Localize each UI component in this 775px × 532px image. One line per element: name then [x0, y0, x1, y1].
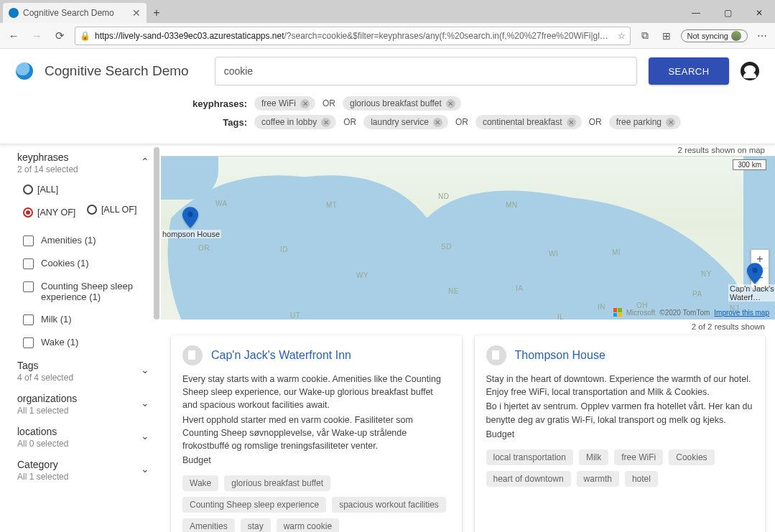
facet-options: Amenities (1) Cookies (1) Counting Sheep… [23, 235, 161, 348]
url-field[interactable]: 🔒 https://lively-sand-033e9ec03.azuresta… [75, 27, 631, 45]
radio-any-of[interactable]: [ANY OF] [23, 207, 75, 218]
map-state-label: MD [701, 319, 713, 319]
result-card[interactable]: Cap'n Jack's Waterfront Inn Every stay s… [171, 335, 462, 532]
keyphrases-filter-row: keyphrases: free WiFi✕ OR glorious break… [185, 96, 775, 111]
chip-remove-icon[interactable]: ✕ [300, 99, 310, 108]
svg-point-0 [187, 212, 192, 217]
map-pin-icon[interactable] [182, 207, 198, 228]
facet-header[interactable]: keyphrases 2 of 14 selected ⌃ [17, 151, 161, 174]
results-map[interactable]: 300 km + − Microsoft ©2020 TomTom Improv… [161, 156, 775, 319]
result-title[interactable]: Cap'n Jack's Waterfront Inn [211, 349, 351, 362]
window-minimize-button[interactable]: — [680, 3, 712, 23]
facet-header[interactable]: organizations All 1 selected ⌄ [17, 393, 161, 416]
result-tag[interactable]: hotel [625, 471, 658, 487]
result-tag[interactable]: heart of downtown [486, 471, 571, 487]
map-state-label: WY [356, 271, 368, 279]
map-state-label: MN [506, 201, 518, 209]
nav-back-button[interactable]: ← [6, 29, 22, 42]
chip-remove-icon[interactable]: ✕ [433, 118, 442, 127]
sidebar-scrollbar[interactable] [154, 147, 159, 319]
result-body: Stay in the heart of downtown. Experienc… [486, 373, 754, 441]
map-state-label: ID [280, 246, 288, 253]
result-card[interactable]: Thompson House Stay in the heart of down… [475, 335, 766, 532]
result-tag[interactable]: warmth [577, 471, 619, 487]
filter-chip[interactable]: free parking✕ [609, 115, 681, 129]
result-tag[interactable]: local transportation [486, 449, 573, 465]
result-tag[interactable]: warm cookie [277, 518, 339, 532]
facet-option[interactable]: Cookies (1) [23, 258, 161, 269]
microsoft-logo-icon [613, 308, 622, 317]
chip-remove-icon[interactable]: ✕ [666, 118, 675, 127]
result-tag[interactable]: stay [241, 518, 271, 532]
chip-remove-icon[interactable]: ✕ [446, 99, 455, 108]
result-tag[interactable]: glorious breakfast buffet [224, 475, 330, 491]
window-close-button[interactable]: ✕ [743, 3, 775, 23]
extensions-icon[interactable]: ⊞ [659, 30, 674, 42]
or-label: OR [455, 117, 468, 127]
collections-icon[interactable]: ⧉ [638, 29, 652, 42]
result-tag[interactable]: Counting Sheep sleep experience [182, 497, 326, 513]
browser-tab[interactable]: Cognitive Search Demo ✕ [3, 3, 147, 23]
improve-map-link[interactable]: Improve this map [714, 309, 769, 317]
browser-menu-icon[interactable]: ⋯ [755, 30, 769, 42]
active-filters: keyphrases: free WiFi✕ OR glorious break… [0, 93, 775, 144]
facet-option[interactable]: Wake (1) [23, 337, 161, 348]
chevron-down-icon: ⌄ [141, 463, 149, 475]
filter-chip[interactable]: coffee in lobby✕ [254, 115, 336, 129]
map-state-label: OR [198, 244, 210, 252]
filter-chip[interactable]: glorious breakfast buffet✕ [343, 96, 461, 111]
facet-option[interactable]: Counting Sheep sleep experience (1) [23, 281, 161, 302]
chevron-down-icon: ⌄ [141, 397, 149, 409]
new-tab-button[interactable]: + [147, 3, 167, 23]
chip-remove-icon[interactable]: ✕ [567, 118, 576, 127]
result-tag[interactable]: Wake [182, 475, 218, 491]
tab-close-icon[interactable]: ✕ [132, 7, 141, 19]
nav-refresh-button[interactable]: ⟳ [52, 29, 68, 42]
result-tags: Wake glorious breakfast buffet Counting … [182, 475, 450, 532]
window-maximize-button[interactable]: ▢ [712, 3, 743, 23]
radio-all-of[interactable]: [ALL OF] [87, 205, 137, 215]
facet-header[interactable]: Category All 1 selected ⌄ [17, 459, 161, 482]
radio-all[interactable]: [ALL] [23, 185, 58, 195]
chevron-up-icon: ⌃ [141, 156, 149, 167]
result-tag[interactable]: spacious workout facilities [332, 497, 446, 513]
favorite-icon[interactable]: ☆ [618, 31, 626, 41]
result-tag[interactable]: Milk [579, 449, 608, 465]
result-tag[interactable]: free WiFi [614, 449, 663, 465]
checkbox-icon [23, 314, 34, 325]
facet-subtitle: All 0 selected [17, 439, 68, 449]
search-button[interactable]: SEARCH [649, 57, 729, 85]
filter-chip[interactable]: laundry service✕ [363, 115, 448, 129]
facet-option[interactable]: Amenities (1) [23, 235, 161, 246]
nav-forward-button[interactable]: → [29, 29, 45, 42]
result-title[interactable]: Thompson House [515, 349, 605, 362]
checkbox-icon [23, 235, 34, 246]
map-state-label: UT [290, 312, 300, 319]
facet-match-mode: [ALL] [ANY OF] [ALL OF] [23, 185, 161, 228]
checkbox-icon [23, 337, 34, 348]
facet-title: Tags [17, 360, 73, 371]
chip-remove-icon[interactable]: ✕ [321, 118, 330, 127]
facet-option[interactable]: Milk (1) [23, 314, 161, 325]
result-tag[interactable]: Cookies [669, 449, 714, 465]
map-pin-icon[interactable] [747, 263, 763, 284]
map-state-label: IL [557, 313, 564, 319]
result-body: Every stay starts with a warm cookie. Am… [182, 373, 450, 467]
filter-chip[interactable]: free WiFi✕ [254, 96, 315, 111]
search-input[interactable] [215, 57, 637, 85]
search-container: SEARCH [215, 57, 729, 85]
result-tag[interactable]: Amenities [182, 518, 235, 532]
app-title: Cognitive Search Demo [45, 63, 189, 79]
facet-sidebar: keyphrases 2 of 14 selected ⌃ [ALL] [ANY… [0, 144, 161, 532]
map-pin-label: Cap'n Jack's Waterf… [728, 284, 775, 302]
filter-chip[interactable]: continental breakfast✕ [475, 115, 582, 129]
map-state-label: PA [692, 290, 702, 298]
facet-header[interactable]: locations All 0 selected ⌄ [17, 426, 161, 449]
facet-subtitle: 4 of 4 selected [17, 373, 73, 383]
map-scale: 300 km [733, 159, 766, 170]
user-avatar-icon[interactable] [741, 62, 759, 80]
facet-title: organizations [17, 393, 77, 404]
facet-header[interactable]: Tags 4 of 4 selected ⌄ [17, 360, 161, 383]
app-logo-icon [16, 62, 33, 80]
profile-sync-pill[interactable]: Not syncing [681, 29, 748, 42]
